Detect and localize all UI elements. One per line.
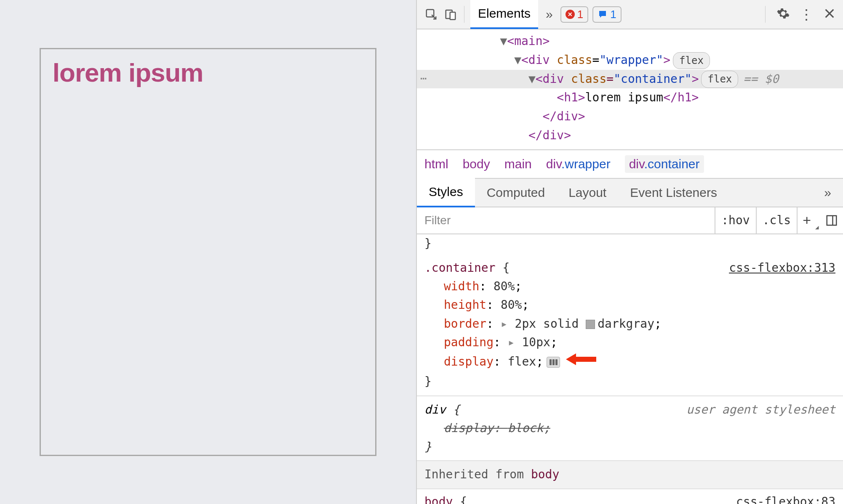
breadcrumb-html[interactable]: html	[424, 157, 448, 171]
message-icon	[598, 9, 608, 19]
dom-node-container[interactable]: ▼<div class="container">flex== $0	[417, 70, 843, 89]
svg-marker-5	[566, 353, 596, 365]
container-box: lorem ipsum	[40, 48, 376, 456]
svg-rect-3	[827, 216, 837, 225]
subtabs-overflow-icon[interactable]: »	[812, 178, 843, 207]
dom-node-wrapper[interactable]: ▼<div class="wrapper">flex	[417, 51, 843, 70]
tab-elements[interactable]: Elements	[470, 0, 538, 29]
dom-tree[interactable]: ▼<main> ▼<div class="wrapper">flex ▼<div…	[417, 29, 843, 149]
annotation-arrow-icon	[566, 352, 596, 372]
breadcrumb-main[interactable]: main	[504, 157, 532, 171]
rule-selector[interactable]: div	[424, 403, 446, 416]
device-toggle-icon[interactable]	[443, 7, 458, 22]
computed-sidebar-icon[interactable]	[820, 207, 843, 233]
styles-filter-row: :hov .cls +	[417, 207, 843, 234]
error-count-badge[interactable]: 1	[560, 6, 588, 23]
color-swatch-icon[interactable]	[586, 320, 595, 329]
toolbar-separator	[464, 6, 464, 23]
message-count: 1	[610, 8, 616, 21]
subtab-layout[interactable]: Layout	[557, 178, 618, 207]
subtab-styles[interactable]: Styles	[417, 178, 475, 207]
toggle-hov-button[interactable]: :hov	[715, 207, 756, 233]
page-viewport: lorem ipsum	[0, 0, 416, 504]
settings-gear-icon[interactable]	[776, 7, 790, 22]
flex-badge[interactable]: flex	[673, 52, 710, 69]
dom-node-main[interactable]: ▼<main>	[417, 32, 843, 51]
devtools-panel: Elements » 1 1 ⋮ ▼<main> ▼<div class="w	[416, 0, 843, 504]
dom-node-container-close[interactable]: </div>	[417, 107, 843, 126]
inherited-label: Inherited from	[424, 467, 531, 481]
rule-source-link[interactable]: css-flexbox:313	[729, 259, 835, 277]
selected-marker: == $0	[743, 72, 779, 86]
dom-node-wrapper-close[interactable]: </div>	[417, 126, 843, 145]
toggle-cls-button[interactable]: .cls	[757, 207, 798, 233]
new-style-rule-icon[interactable]: +	[798, 207, 820, 233]
rule-container[interactable]: css-flexbox:313 .container { width: 80%;…	[417, 255, 843, 396]
breadcrumb-container[interactable]: div.container	[625, 155, 704, 173]
inherited-from-selector[interactable]: body	[531, 467, 559, 481]
inherited-from-row: Inherited from body	[417, 461, 843, 489]
styles-pane[interactable]: } css-flexbox:313 .container { width: 80…	[417, 234, 843, 504]
error-icon	[566, 10, 575, 19]
rule-body-peek[interactable]: css-flexbox:83 body {	[417, 489, 843, 504]
styles-filter-input[interactable]	[417, 207, 715, 233]
devtools-toolbar: Elements » 1 1 ⋮	[417, 0, 843, 29]
more-menu-icon[interactable]: ⋮	[799, 7, 814, 21]
rule-div-ua[interactable]: user agent stylesheet div { display: blo…	[417, 396, 843, 462]
flex-badge[interactable]: flex	[701, 71, 738, 88]
subtab-computed[interactable]: Computed	[475, 178, 557, 207]
rule-source-link[interactable]: css-flexbox:83	[736, 493, 835, 504]
breadcrumb: html body main div.wrapper div.container	[417, 149, 843, 178]
breadcrumb-body[interactable]: body	[463, 157, 490, 171]
rule-source-ua: user agent stylesheet	[686, 401, 835, 419]
subtab-event-listeners[interactable]: Event Listeners	[618, 178, 729, 207]
flexbox-editor-icon[interactable]	[547, 357, 560, 368]
dom-node-h1[interactable]: <h1>lorem ipsum</h1>	[417, 88, 843, 107]
styles-subtabs: Styles Computed Layout Event Listeners »	[417, 178, 843, 207]
rule-selector[interactable]: .container	[424, 261, 496, 275]
close-icon[interactable]	[823, 7, 836, 22]
error-count: 1	[577, 8, 583, 21]
svg-rect-2	[450, 12, 456, 20]
tabs-overflow-icon[interactable]: »	[542, 7, 556, 21]
breadcrumb-wrapper[interactable]: div.wrapper	[546, 157, 611, 171]
message-count-badge[interactable]: 1	[592, 6, 621, 23]
page-heading: lorem ipsum	[53, 58, 363, 88]
toolbar-separator	[765, 6, 766, 23]
inspect-icon[interactable]	[424, 7, 439, 22]
